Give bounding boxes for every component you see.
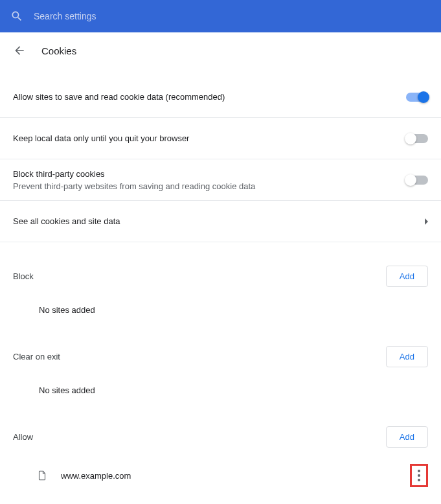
toggle-knob (405, 133, 416, 144)
block-third-party-toggle[interactable] (406, 176, 428, 185)
block-third-party-row: Block third-party cookies Prevent third-… (0, 159, 441, 201)
row-label: Block third-party cookies (13, 169, 255, 179)
row-label: Allow sites to save and read cookie data… (13, 92, 225, 102)
file-icon (36, 470, 48, 481)
allow-cookies-row: Allow sites to save and read cookie data… (0, 76, 441, 118)
row-sublabel: Prevent third-party websites from saving… (13, 181, 255, 191)
no-sites-label: No sites added (39, 305, 95, 315)
site-more-button[interactable] (410, 464, 428, 487)
row-label: See all cookies and site data (13, 216, 120, 226)
settings-search-header: Search settings (0, 0, 441, 32)
block-section-header: Block Add (0, 255, 441, 297)
back-arrow-icon[interactable] (13, 44, 26, 57)
page-title: Cookies (41, 45, 76, 56)
toggle-knob (405, 174, 416, 186)
chevron-right-icon (425, 218, 428, 225)
allow-site-item: www.example.com (0, 457, 441, 494)
site-url: www.example.com (61, 471, 131, 481)
row-label: Keep local data only until you quit your… (13, 133, 189, 143)
more-dot (418, 479, 420, 481)
block-add-button[interactable]: Add (386, 266, 428, 287)
allow-section-header: Allow Add (0, 416, 441, 457)
keep-local-data-toggle[interactable] (406, 134, 428, 143)
section-title: Block (13, 271, 34, 281)
clear-add-button[interactable]: Add (386, 346, 428, 367)
allow-cookies-toggle[interactable] (406, 93, 428, 102)
more-dot (418, 470, 420, 472)
search-input-placeholder[interactable]: Search settings (34, 11, 96, 21)
clear-empty-row: No sites added (0, 377, 441, 403)
title-bar: Cookies (0, 32, 441, 69)
search-icon[interactable] (10, 10, 23, 23)
see-all-cookies-row[interactable]: See all cookies and site data (0, 201, 441, 242)
clear-section-header: Clear on exit Add (0, 336, 441, 377)
more-dot (418, 474, 420, 477)
section-title: Allow (13, 432, 33, 442)
keep-local-data-row: Keep local data only until you quit your… (0, 118, 441, 159)
section-title: Clear on exit (13, 352, 60, 361)
block-empty-row: No sites added (0, 297, 441, 323)
no-sites-label: No sites added (39, 385, 95, 395)
toggle-knob (418, 91, 429, 103)
allow-add-button[interactable]: Add (386, 426, 428, 448)
